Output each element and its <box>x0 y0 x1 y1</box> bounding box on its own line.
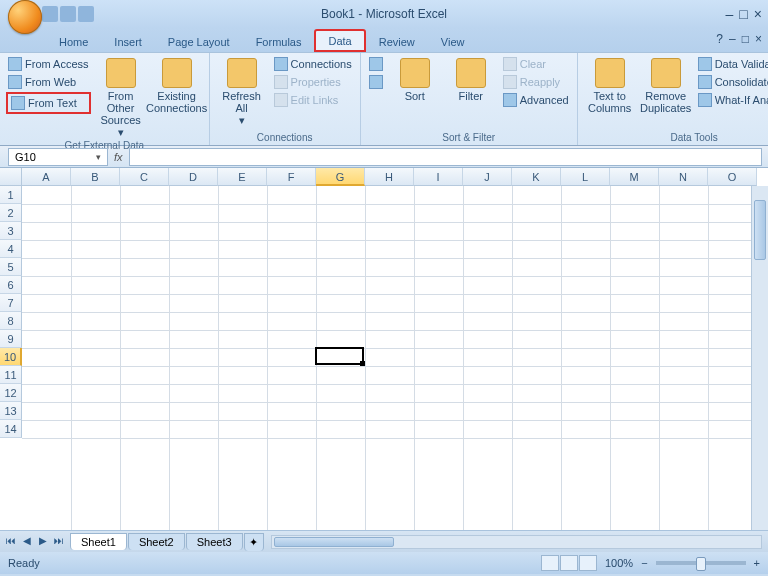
row-header[interactable]: 13 <box>0 402 22 420</box>
scrollbar-thumb[interactable] <box>754 200 766 260</box>
row-header[interactable]: 3 <box>0 222 22 240</box>
sheet-tab-1[interactable]: Sheet1 <box>70 533 127 550</box>
data-validation-button[interactable]: Data Validation▾ <box>696 56 768 72</box>
row-header[interactable]: 14 <box>0 420 22 438</box>
maximize-button[interactable]: □ <box>739 6 747 22</box>
properties-button[interactable]: Properties <box>272 74 354 90</box>
sort-az-button[interactable] <box>367 56 385 72</box>
formula-input[interactable] <box>129 148 762 166</box>
select-all-corner[interactable] <box>0 168 22 186</box>
sheet-nav-last[interactable]: ⏭ <box>52 535 66 549</box>
group-get-external-data: From Access From Web From Text From Othe… <box>0 53 210 145</box>
selected-cell[interactable] <box>315 347 364 365</box>
row-header[interactable]: 9 <box>0 330 22 348</box>
column-header[interactable]: I <box>414 168 463 186</box>
office-button[interactable] <box>8 0 42 34</box>
sort-icon <box>400 58 430 88</box>
page-layout-view-button[interactable] <box>560 555 578 571</box>
zoom-in-button[interactable]: + <box>754 557 760 569</box>
column-header[interactable]: D <box>169 168 218 186</box>
row-header[interactable]: 6 <box>0 276 22 294</box>
reapply-button[interactable]: Reapply <box>501 74 571 90</box>
column-header[interactable]: H <box>365 168 414 186</box>
tab-home[interactable]: Home <box>46 31 101 52</box>
zoom-out-button[interactable]: − <box>641 557 647 569</box>
new-sheet-button[interactable]: ✦ <box>244 533 264 551</box>
tab-view[interactable]: View <box>428 31 478 52</box>
filter-button[interactable]: Filter <box>445 56 497 102</box>
undo-icon[interactable] <box>60 6 76 22</box>
zoom-slider[interactable] <box>656 561 746 565</box>
connections-button[interactable]: Connections <box>272 56 354 72</box>
column-header[interactable]: J <box>463 168 512 186</box>
row-header[interactable]: 1 <box>0 186 22 204</box>
column-header[interactable]: O <box>708 168 757 186</box>
name-box[interactable]: G10▾ <box>8 148 108 166</box>
from-other-sources-button[interactable]: From Other Sources▾ <box>95 56 147 139</box>
sheet-tab-3[interactable]: Sheet3 <box>186 533 243 550</box>
clear-icon <box>503 57 517 71</box>
column-header[interactable]: M <box>610 168 659 186</box>
row-header[interactable]: 8 <box>0 312 22 330</box>
horizontal-scrollbar[interactable] <box>271 535 762 549</box>
from-text-button[interactable]: From Text <box>9 95 88 111</box>
column-header[interactable]: C <box>120 168 169 186</box>
close-button[interactable]: × <box>754 6 762 22</box>
normal-view-button[interactable] <box>541 555 559 571</box>
row-header[interactable]: 7 <box>0 294 22 312</box>
connections-icon <box>274 57 288 71</box>
sheet-tab-2[interactable]: Sheet2 <box>128 533 185 550</box>
zoom-level[interactable]: 100% <box>605 557 633 569</box>
row-header[interactable]: 11 <box>0 366 22 384</box>
inner-restore[interactable]: □ <box>742 32 749 46</box>
tab-page-layout[interactable]: Page Layout <box>155 31 243 52</box>
row-header[interactable]: 5 <box>0 258 22 276</box>
title-bar: Book1 - Microsoft Excel – □ × <box>0 0 768 28</box>
from-web-button[interactable]: From Web <box>6 74 91 90</box>
what-if-button[interactable]: What-If Analysis▾ <box>696 92 768 108</box>
row-header[interactable]: 2 <box>0 204 22 222</box>
page-break-view-button[interactable] <box>579 555 597 571</box>
column-header[interactable]: K <box>512 168 561 186</box>
row-header[interactable]: 10 <box>0 348 22 366</box>
column-header[interactable]: B <box>71 168 120 186</box>
advanced-button[interactable]: Advanced <box>501 92 571 108</box>
help-icon[interactable]: ? <box>716 32 723 46</box>
fx-icon[interactable]: fx <box>114 151 123 163</box>
column-header[interactable]: A <box>22 168 71 186</box>
vertical-scrollbar[interactable] <box>751 186 768 530</box>
column-header[interactable]: N <box>659 168 708 186</box>
refresh-all-button[interactable]: Refresh All▾ <box>216 56 268 127</box>
column-header[interactable]: L <box>561 168 610 186</box>
minimize-button[interactable]: – <box>726 6 734 22</box>
save-icon[interactable] <box>42 6 58 22</box>
tab-insert[interactable]: Insert <box>101 31 155 52</box>
sort-button[interactable]: Sort <box>389 56 441 102</box>
existing-connections-button[interactable]: Existing Connections <box>151 56 203 114</box>
scrollbar-thumb[interactable] <box>274 537 394 547</box>
sheet-nav-prev[interactable]: ◀ <box>20 535 34 549</box>
row-header[interactable]: 12 <box>0 384 22 402</box>
group-sort-filter: Sort Filter Clear Reapply Advanced Sort … <box>361 53 578 145</box>
redo-icon[interactable] <box>78 6 94 22</box>
clear-button[interactable]: Clear <box>501 56 571 72</box>
consolidate-button[interactable]: Consolidate <box>696 74 768 90</box>
tab-data[interactable]: Data <box>314 29 365 52</box>
sheet-nav-next[interactable]: ▶ <box>36 535 50 549</box>
row-header[interactable]: 4 <box>0 240 22 258</box>
from-access-button[interactable]: From Access <box>6 56 91 72</box>
remove-duplicates-button[interactable]: Remove Duplicates <box>640 56 692 114</box>
refresh-icon <box>227 58 257 88</box>
sheet-nav-first[interactable]: ⏮ <box>4 535 18 549</box>
column-header[interactable]: F <box>267 168 316 186</box>
column-header[interactable]: E <box>218 168 267 186</box>
cells-area[interactable] <box>22 186 768 530</box>
edit-links-button[interactable]: Edit Links <box>272 92 354 108</box>
column-header[interactable]: G <box>316 168 365 186</box>
sort-za-button[interactable] <box>367 74 385 90</box>
tab-formulas[interactable]: Formulas <box>243 31 315 52</box>
inner-minimize[interactable]: – <box>729 32 736 46</box>
tab-review[interactable]: Review <box>366 31 428 52</box>
text-to-columns-button[interactable]: Text to Columns <box>584 56 636 114</box>
inner-close[interactable]: × <box>755 32 762 46</box>
